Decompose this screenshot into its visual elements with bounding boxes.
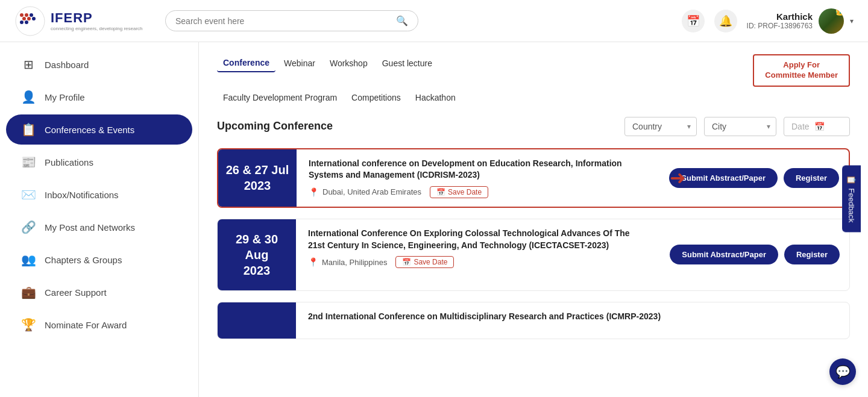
logo-sub-text: connecting engineers, developing researc… xyxy=(51,26,143,31)
sidebar-item-dashboard[interactable]: ⊞ Dashboard xyxy=(6,49,192,80)
chat-bubble-button[interactable]: 💬 xyxy=(829,358,856,385)
user-info[interactable]: Karthick ID: PROF-13896763 👑 ▾ xyxy=(747,8,854,34)
header-right: 📅 🔔 Karthick ID: PROF-13896763 👑 ▾ xyxy=(682,8,854,34)
chevron-down-icon[interactable]: ▾ xyxy=(850,17,854,25)
crown-icon: 👑 xyxy=(835,8,844,16)
conf-date-box-3 xyxy=(218,302,296,339)
sidebar-item-conferences[interactable]: 📋 Conferences & Events xyxy=(6,114,192,145)
svg-point-3 xyxy=(22,17,26,20)
publications-icon: 📰 xyxy=(20,155,36,169)
svg-point-0 xyxy=(16,7,45,36)
top-header: IFERP connecting engineers, developing r… xyxy=(0,0,868,42)
country-filter-wrap: Country xyxy=(624,117,697,136)
dashboard-icon: ⊞ xyxy=(20,57,36,72)
sidebar-label-nominate: Nominate For Award xyxy=(45,320,127,330)
sidebar-item-chapters[interactable]: 👥 Chapters & Groups xyxy=(6,245,192,275)
sidebar-item-my-post[interactable]: 🔗 My Post and Networks xyxy=(6,212,192,242)
svg-point-1 xyxy=(20,13,24,17)
city-select[interactable]: City xyxy=(704,117,776,136)
sidebar-label-conferences: Conferences & Events xyxy=(45,125,134,135)
app-wrapper: IFERP connecting engineers, developing r… xyxy=(0,0,868,397)
user-details: Karthick ID: PROF-13896763 xyxy=(747,11,813,30)
save-date-label-2: Save Date xyxy=(414,258,447,266)
conf-location-1: 📍 Dubai, United Arab Emirates 📅 Save Dat… xyxy=(309,186,647,198)
register-button-1[interactable]: Register xyxy=(784,168,839,188)
feedback-tab[interactable]: 📋 Feedback xyxy=(842,165,861,232)
sidebar-item-publications[interactable]: 📰 Publications xyxy=(6,147,192,177)
section-header: Upcoming Conference Country City Date xyxy=(217,117,850,136)
chapters-icon: 👥 xyxy=(20,252,36,267)
location-pin-icon-1: 📍 xyxy=(309,187,319,197)
filter-group: Country City Date 📅 xyxy=(624,117,850,136)
submit-abstract-button-2[interactable]: Submit Abstract/Paper xyxy=(670,245,778,264)
sidebar-label-dashboard: Dashboard xyxy=(45,60,89,70)
conf-location-2: 📍 Manila, Philippines 📅 Save Date xyxy=(308,256,648,268)
sidebar-item-nominate[interactable]: 🏆 Nominate For Award xyxy=(6,310,192,340)
search-bar-container: 🔍 xyxy=(165,10,418,31)
logo-area: IFERP connecting engineers, developing r… xyxy=(14,5,153,37)
tab-guest-lecture[interactable]: Guest lecture xyxy=(376,55,438,72)
sidebar-label-career: Career Support xyxy=(45,287,107,298)
award-icon: 🏆 xyxy=(20,317,36,332)
tab-conference[interactable]: Conference xyxy=(217,54,275,72)
tab-workshop[interactable]: Workshop xyxy=(324,55,374,72)
register-button-2[interactable]: Register xyxy=(784,245,840,264)
conf-date-line1-2: 29 & 30 Aug xyxy=(224,231,290,263)
svg-point-8 xyxy=(32,17,36,20)
bell-icon: 🔔 xyxy=(719,14,732,28)
calendar-button[interactable]: 📅 xyxy=(682,10,705,33)
tab-hackathon[interactable]: Hackathon xyxy=(409,89,462,106)
submit-abstract-button-1[interactable]: Submit Abstract/Paper xyxy=(669,168,778,188)
user-id: ID: PROF-13896763 xyxy=(747,22,813,30)
tabs-row-2: Faculty Development Program Competitions… xyxy=(217,89,850,106)
save-date-button-2[interactable]: 📅 Save Date xyxy=(395,256,454,268)
calendar-filter-icon: 📅 xyxy=(814,122,825,131)
user-name: Karthick xyxy=(747,11,813,22)
conf-info-2: International Conference On Exploring Co… xyxy=(308,219,648,277)
profile-icon: 👤 xyxy=(20,90,36,104)
conf-info-1: International conference on Development … xyxy=(309,149,647,207)
conf-title-1: International conference on Development … xyxy=(309,158,647,181)
tab-webinar[interactable]: Webinar xyxy=(278,55,321,72)
logo-main-text: IFERP xyxy=(51,10,143,26)
conf-location-text-2: Manila, Philippines xyxy=(322,258,387,267)
conf-location-text-1: Dubai, United Arab Emirates xyxy=(322,187,421,196)
sidebar-label-my-profile: My Profile xyxy=(45,92,85,102)
city-filter-wrap: City xyxy=(704,117,776,136)
sidebar-item-career[interactable]: 💼 Career Support xyxy=(6,277,192,307)
calendar-icon: 📅 xyxy=(687,14,700,28)
save-date-button-1[interactable]: 📅 Save Date xyxy=(430,186,488,198)
conf-date-box-2: 29 & 30 Aug 2023 xyxy=(218,219,296,290)
conference-card-1: 26 & 27 Jul 2023 International conferenc… xyxy=(217,148,850,208)
sidebar-label-inbox: Inbox/Notifications xyxy=(45,190,119,200)
svg-point-2 xyxy=(25,13,28,17)
sidebar-label-publications: Publications xyxy=(45,157,93,167)
apply-committee-button[interactable]: Apply For Committee Member xyxy=(753,54,850,87)
conference-card-3: 2nd International Conference on Multidis… xyxy=(217,302,850,339)
conf-date-line2-1: 2023 xyxy=(226,178,289,193)
conf-title-2: International Conference On Exploring Co… xyxy=(308,228,648,251)
content-area: Conference Webinar Workshop Guest lectur… xyxy=(199,42,868,397)
date-filter[interactable]: Date 📅 xyxy=(784,117,850,136)
conference-card-2: 29 & 30 Aug 2023 International Conferenc… xyxy=(217,219,850,291)
country-select[interactable]: Country xyxy=(624,117,697,136)
sidebar-item-my-profile[interactable]: 👤 My Profile xyxy=(6,82,192,112)
inbox-icon: ✉️ xyxy=(20,187,36,202)
conf-date-line2-2: 2023 xyxy=(224,263,290,278)
notifications-button[interactable]: 🔔 xyxy=(714,10,737,33)
conferences-icon: 📋 xyxy=(20,122,36,137)
feedback-label: Feedback xyxy=(847,188,856,222)
logo-image xyxy=(14,5,46,37)
avatar: 👑 xyxy=(819,8,844,34)
conf-actions-2: Submit Abstract/Paper Register xyxy=(670,245,840,264)
tabs-row-1: Conference Webinar Workshop Guest lectur… xyxy=(217,54,438,72)
svg-point-7 xyxy=(30,13,33,17)
save-date-calendar-icon-2: 📅 xyxy=(402,258,411,266)
tab-competitions[interactable]: Competitions xyxy=(345,89,407,106)
search-input[interactable] xyxy=(175,16,396,26)
conf-actions-1: Submit Abstract/Paper Register xyxy=(669,168,839,188)
sidebar: ⊞ Dashboard 👤 My Profile 📋 Conferences &… xyxy=(0,42,199,397)
save-date-label-1: Save Date xyxy=(448,188,482,196)
tab-faculty-dev[interactable]: Faculty Development Program xyxy=(217,89,343,106)
sidebar-item-inbox[interactable]: ✉️ Inbox/Notifications xyxy=(6,180,192,210)
